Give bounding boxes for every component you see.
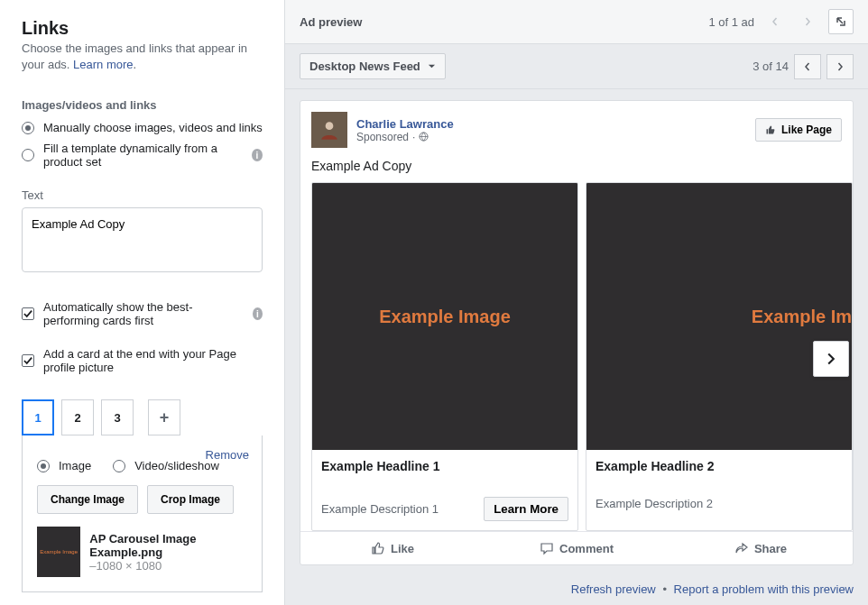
globe-icon <box>419 132 429 142</box>
placement-select[interactable]: Desktop News Feed <box>300 53 446 79</box>
card-editor: Remove Image Video/slideshow Change Imag… <box>22 435 263 592</box>
radio-media-image[interactable] <box>37 460 50 472</box>
card-tab-add[interactable]: + <box>148 399 180 435</box>
carousel-desc-2: Example Description 2 <box>596 497 713 510</box>
ad-next-button[interactable] <box>796 10 819 33</box>
preview-header: Ad preview 1 of 1 ad <box>285 0 868 44</box>
file-row: Example Image AP Carousel Image Example.… <box>37 527 247 577</box>
change-image-button[interactable]: Change Image <box>37 485 138 514</box>
radio-media-video[interactable] <box>113 460 125 472</box>
popout-button[interactable] <box>828 9 854 34</box>
ad-header: Charlie Lawrance Sponsored · Like Page <box>300 101 853 159</box>
page-name[interactable]: Charlie Lawrance <box>356 117 454 131</box>
ad-actions: Like Comment Share <box>300 531 853 564</box>
radio-manual-row[interactable]: Manually choose images, videos and links <box>22 121 263 134</box>
section-title: Links <box>22 18 263 39</box>
share-icon <box>734 541 749 555</box>
file-dim-value: 1080 × 1080 <box>96 559 162 573</box>
like-action[interactable]: Like <box>300 532 485 564</box>
carousel-image-1: Example Image <box>312 183 577 450</box>
crop-image-button[interactable]: Crop Image <box>147 485 234 514</box>
refresh-preview-link[interactable]: Refresh preview <box>571 582 656 596</box>
page-card-checkbox[interactable] <box>22 354 34 367</box>
carousel: Example Image Example Headline 1 Example… <box>300 182 853 531</box>
radio-template[interactable] <box>22 149 34 161</box>
placement-bar: Desktop News Feed 3 of 14 <box>285 44 868 89</box>
comment-label: Comment <box>559 542 614 555</box>
radio-template-label: Fill a template dynamically from a produ… <box>43 142 246 169</box>
ad-prev-button[interactable] <box>763 10 787 33</box>
card-tab-3[interactable]: 3 <box>101 399 134 435</box>
carousel-desc-1: Example Description 1 <box>321 502 439 516</box>
placement-prev-button[interactable] <box>794 54 821 79</box>
chevron-right-icon <box>825 353 837 365</box>
preview-body: Charlie Lawrance Sponsored · Like Page E… <box>285 89 868 577</box>
ad-text-input[interactable] <box>22 207 263 272</box>
links-panel: Links Choose the images and links that a… <box>0 0 285 605</box>
share-action[interactable]: Share <box>669 532 853 564</box>
carousel-headline-1: Example Headline 1 <box>321 459 568 473</box>
subtitle-period: . <box>134 58 137 71</box>
like-label: Like <box>391 542 414 555</box>
learn-more-button[interactable]: Learn More <box>484 497 568 521</box>
avatar <box>311 112 347 148</box>
file-name: AP Carousel Image Example.png <box>89 532 247 559</box>
ad-count: 1 of 1 ad <box>708 15 754 29</box>
svg-point-0 <box>326 122 334 130</box>
like-page-button[interactable]: Like Page <box>755 118 842 142</box>
preview-title: Ad preview <box>300 15 362 29</box>
thumb-up-icon <box>765 124 776 135</box>
like-page-label: Like Page <box>781 124 832 136</box>
comment-icon <box>540 541 554 555</box>
placement-next-button[interactable] <box>826 54 854 79</box>
media-image-row[interactable]: Image <box>37 459 91 472</box>
remove-link[interactable]: Remove <box>206 448 249 462</box>
preview-footer: Refresh preview • Report a problem with … <box>285 577 868 605</box>
sponsored-label: Sponsored <box>356 131 409 143</box>
carousel-next-button[interactable] <box>813 341 849 377</box>
info-icon[interactable]: i <box>253 307 263 320</box>
ad-card: Charlie Lawrance Sponsored · Like Page E… <box>300 100 854 565</box>
images-links-label: Images/videos and links <box>22 98 263 112</box>
file-thumbnail: Example Image <box>37 527 80 577</box>
card-tabs: 1 2 3 + <box>22 399 263 435</box>
radio-manual[interactable] <box>22 122 34 134</box>
radio-manual-label: Manually choose images, videos and links <box>43 121 263 134</box>
carousel-image-2: Example Im <box>586 183 852 450</box>
text-label: Text <box>22 188 263 202</box>
report-problem-link[interactable]: Report a problem with this preview <box>674 582 854 596</box>
card-tab-2[interactable]: 2 <box>61 399 94 435</box>
media-video-row[interactable]: Video/slideshow <box>113 459 219 472</box>
carousel-card-1[interactable]: Example Image Example Headline 1 Example… <box>311 182 578 531</box>
comment-action[interactable]: Comment <box>485 532 669 564</box>
best-performing-checkbox[interactable] <box>22 307 34 320</box>
placement-count: 3 of 14 <box>753 60 789 73</box>
info-icon[interactable]: i <box>252 149 263 161</box>
best-performing-label: Automatically show the best-performing c… <box>43 300 247 327</box>
section-subtitle: Choose the images and links that appear … <box>22 41 263 73</box>
caret-down-icon <box>428 62 436 70</box>
ad-copy: Example Ad Copy <box>300 159 853 182</box>
share-label: Share <box>754 542 787 555</box>
best-performing-row[interactable]: Automatically show the best-performing c… <box>22 300 263 327</box>
carousel-headline-2: Example Headline 2 <box>596 459 843 473</box>
page-card-label: Add a card at the end with your Page pro… <box>43 347 263 374</box>
page-card-row[interactable]: Add a card at the end with your Page pro… <box>22 347 263 374</box>
radio-template-row[interactable]: Fill a template dynamically from a produ… <box>22 142 263 169</box>
preview-panel: Ad preview 1 of 1 ad Desktop News Feed <box>285 0 868 605</box>
learn-more-link[interactable]: Learn more <box>73 58 133 71</box>
card-tab-1[interactable]: 1 <box>22 399 54 435</box>
placement-label: Desktop News Feed <box>309 60 420 73</box>
thumb-up-icon <box>371 541 385 555</box>
radio-media-image-label: Image <box>59 459 91 472</box>
file-dimensions: –1080 × 1080 <box>89 559 247 573</box>
